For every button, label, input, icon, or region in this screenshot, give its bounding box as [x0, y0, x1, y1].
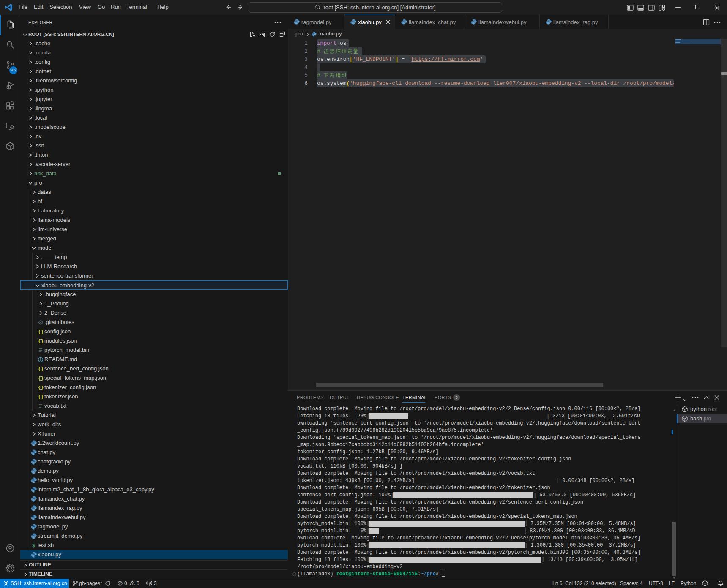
svg-text:{}: {}: [38, 329, 44, 335]
svg-text:{}: {}: [38, 385, 44, 390]
svg-text:{}: {}: [38, 339, 44, 344]
svg-text:{}: {}: [38, 376, 44, 381]
svg-text:$: $: [32, 543, 35, 549]
svg-text:{}: {}: [38, 367, 44, 372]
svg-text:{}: {}: [38, 395, 44, 400]
